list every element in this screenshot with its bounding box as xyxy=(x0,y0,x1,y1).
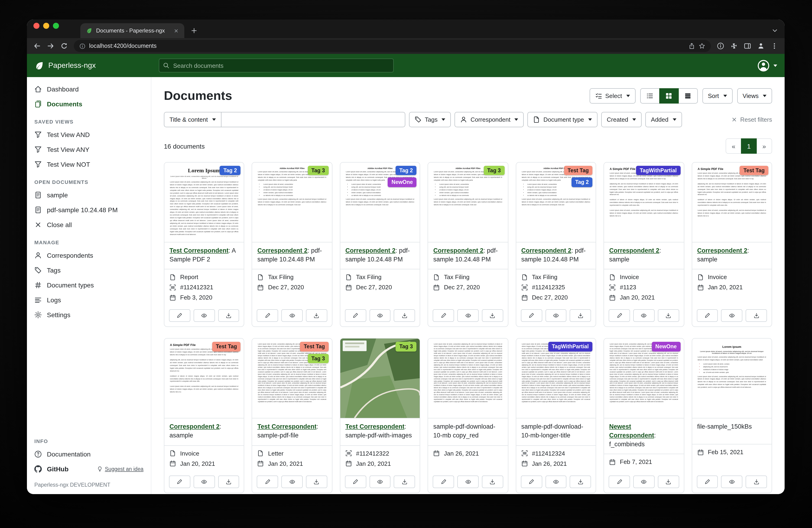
sort-button[interactable]: Sort xyxy=(702,88,733,103)
extensions-puzzle-icon[interactable] xyxy=(730,42,738,50)
tags-filter-button[interactable]: Tags xyxy=(409,112,451,127)
document-thumbnail[interactable]: Lorem ipsum dolor sit amet, consectetur … xyxy=(252,339,332,419)
edit-button[interactable] xyxy=(433,475,454,488)
sidebar-item-tags[interactable]: Tags xyxy=(27,263,151,278)
edit-button[interactable] xyxy=(697,310,718,322)
tag-badge[interactable]: TagWithPartial xyxy=(636,166,680,175)
correspondent-link[interactable]: Test Correspondent xyxy=(258,423,317,430)
correspondent-link[interactable]: Correspondent 2 xyxy=(609,247,659,254)
sidebar-item-saved-view-any[interactable]: Test View ANY xyxy=(27,142,151,157)
document-title[interactable]: Correspondent 2: sample xyxy=(692,242,772,270)
tag-badge[interactable]: NewOne xyxy=(652,342,680,352)
document-title[interactable]: Correspondent 2: asample xyxy=(164,419,244,446)
select-button[interactable]: Select xyxy=(590,88,635,103)
download-button[interactable] xyxy=(482,475,503,488)
document-title[interactable]: file-sample_150kBs xyxy=(692,419,772,445)
edit-button[interactable] xyxy=(169,310,190,322)
download-button[interactable] xyxy=(745,310,767,322)
document-thumbnail[interactable]: Lorem ipsumLorem ipsum dolor sit amet, c… xyxy=(692,339,772,419)
suggest-idea-link[interactable]: Suggest an idea xyxy=(97,466,143,472)
filter-field-dropdown[interactable]: Title & content xyxy=(164,112,221,127)
correspondent-link[interactable]: Correspondent 2 xyxy=(170,423,220,430)
browser-menu-kebab-icon[interactable] xyxy=(771,42,778,50)
tag-badge[interactable]: Tag 2 xyxy=(395,166,417,175)
document-title[interactable]: sample-pdf-download-10-mb copy_red xyxy=(428,419,508,446)
view-button[interactable] xyxy=(193,310,215,322)
sidebar-item-saved-view-and[interactable]: Test View AND xyxy=(27,127,151,142)
view-button[interactable] xyxy=(457,475,479,488)
document-thumbnail[interactable]: Lorem ipsum dolor sit amet, consectetur … xyxy=(604,339,684,419)
sidebar-item-close-all[interactable]: Close all xyxy=(27,217,151,232)
added-filter-button[interactable]: Added xyxy=(645,112,682,127)
sidebar-item-documentation[interactable]: Documentation xyxy=(27,447,151,461)
correspondent-link[interactable]: Newest Correspondent xyxy=(609,423,654,439)
correspondent-link[interactable]: Correspondent 2 xyxy=(433,247,483,254)
document-title[interactable]: Test Correspondent: sample-pdf-file xyxy=(252,419,332,446)
sidebar-item-open-doc-pdf-sample[interactable]: pdf-sample 10.24.48 PM xyxy=(27,202,151,217)
correspondent-link[interactable]: Test Correspondent xyxy=(170,247,229,254)
document-title[interactable]: Correspondent 2: sample xyxy=(604,242,684,270)
sidebar-item-correspondents[interactable]: Correspondents xyxy=(27,248,151,263)
sidebar-item-github[interactable]: GitHub Suggest an idea xyxy=(27,461,151,476)
previous-page-button[interactable]: « xyxy=(726,138,741,154)
edit-button[interactable] xyxy=(345,475,366,488)
document-title[interactable]: Correspondent 2: pdf-sample 10.24.48 PM xyxy=(516,242,596,270)
document-thumbnail[interactable]: Lorem IpsumLorem ipsum dolor sit amet, c… xyxy=(164,162,244,242)
edit-button[interactable] xyxy=(521,310,542,322)
view-button[interactable] xyxy=(369,310,391,322)
edit-button[interactable] xyxy=(257,475,278,488)
created-filter-button[interactable]: Created xyxy=(601,112,642,127)
reload-button[interactable] xyxy=(60,42,68,50)
document-title[interactable]: Correspondent 2: pdf-sample 10.24.48 PM xyxy=(252,242,332,270)
page-number-button[interactable]: 1 xyxy=(741,138,757,154)
document-thumbnail[interactable]: Adobe Acrobat PDF FilesLorem ipsum dolor… xyxy=(252,162,332,242)
download-button[interactable] xyxy=(218,475,239,488)
download-button[interactable] xyxy=(745,475,767,488)
document-title[interactable]: Test Correspondent: A Sample PDF 2 xyxy=(164,242,244,270)
download-button[interactable] xyxy=(306,310,327,322)
sidebar-item-document-types[interactable]: Document types xyxy=(27,278,151,292)
correspondent-link[interactable]: Test Correspondent xyxy=(345,423,405,430)
grid-view-button[interactable] xyxy=(659,88,679,103)
tab-search-icon[interactable] xyxy=(772,27,778,34)
edit-button[interactable] xyxy=(433,310,454,322)
tag-badge[interactable]: Test Tag xyxy=(300,342,329,352)
sidebar-item-dashboard[interactable]: Dashboard xyxy=(27,82,151,97)
correspondent-link[interactable]: Correspondent 2 xyxy=(258,247,308,254)
correspondent-link[interactable]: Correspondent 2 xyxy=(521,247,571,254)
document-thumbnail[interactable]: A Simple PDF FileLorem ipsum dolor sit a… xyxy=(692,162,772,242)
document-title[interactable]: Correspondent 2: pdf-sample 10.24.48 PM xyxy=(428,242,508,270)
download-button[interactable] xyxy=(482,310,503,322)
document-type-filter-button[interactable]: Document type xyxy=(528,112,597,127)
view-button[interactable] xyxy=(633,475,655,488)
download-button[interactable] xyxy=(394,310,415,322)
document-thumbnail[interactable]: Lorem ipsum dolor sit amet, consectetur … xyxy=(428,339,508,419)
document-thumbnail[interactable]: Adobe Acrobat PDF FilesLorem ipsum dolor… xyxy=(428,162,508,242)
download-button[interactable] xyxy=(306,475,327,488)
view-button[interactable] xyxy=(281,310,303,322)
site-info-icon[interactable] xyxy=(79,43,85,49)
view-button[interactable] xyxy=(193,475,215,488)
tag-badge[interactable]: Tag 2 xyxy=(571,177,592,187)
browser-tab[interactable]: Documents - Paperless-ngx xyxy=(80,23,184,38)
new-tab-button[interactable] xyxy=(191,27,197,34)
document-title[interactable]: Test Correspondent: sample-pdf-with-imag… xyxy=(340,419,420,446)
correspondent-link[interactable]: Correspondent 2 xyxy=(345,247,395,254)
tag-badge[interactable]: Test Tag xyxy=(212,342,241,352)
close-window-button[interactable] xyxy=(33,23,40,29)
download-button[interactable] xyxy=(658,310,679,322)
next-page-button[interactable]: » xyxy=(756,138,772,154)
detail-view-button[interactable] xyxy=(678,88,698,103)
search-input[interactable] xyxy=(159,58,394,72)
edit-button[interactable] xyxy=(521,475,542,488)
download-button[interactable] xyxy=(658,475,679,488)
download-button[interactable] xyxy=(570,310,591,322)
list-view-button[interactable] xyxy=(640,88,659,103)
view-button[interactable] xyxy=(545,475,567,488)
document-thumbnail[interactable]: Lorem ipsum dolor sit amet, consectetur … xyxy=(516,339,596,419)
tag-badge[interactable]: Tag 2 xyxy=(220,166,241,175)
view-button[interactable] xyxy=(369,475,391,488)
zoom-window-button[interactable] xyxy=(53,23,59,29)
edit-button[interactable] xyxy=(609,475,630,488)
bookmark-star-icon[interactable] xyxy=(699,43,705,49)
